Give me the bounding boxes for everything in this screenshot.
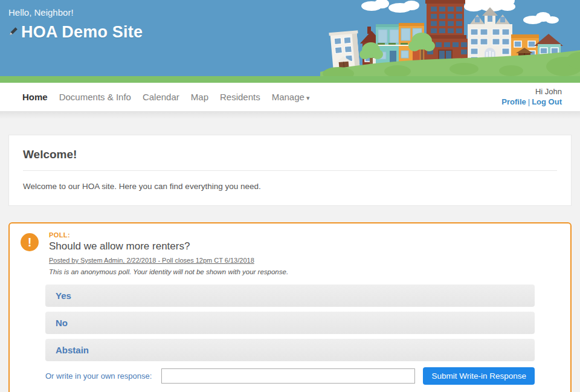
write-in-row: Or write in your own response: Submit Wr… <box>45 367 535 385</box>
header-greeting: Hello, Neighbor! <box>8 7 143 18</box>
nav-item-home[interactable]: Home <box>22 92 48 102</box>
welcome-title: Welcome! <box>23 148 557 161</box>
poll-option-yes[interactable]: Yes <box>45 284 535 307</box>
welcome-body: Welcome to our HOA site. Here you can fi… <box>23 182 557 191</box>
header-illustration <box>320 0 580 76</box>
profile-link[interactable]: Profile <box>501 97 526 106</box>
poll-question: Should we allow more renters? <box>49 240 288 252</box>
nav-item-map[interactable]: Map <box>191 92 208 102</box>
page: Hello, Neighbor! HOA Demo Site <box>0 0 580 392</box>
site-title: HOA Demo Site <box>21 23 143 42</box>
poll-label: POLL: <box>49 231 288 239</box>
link-separator: | <box>526 97 532 106</box>
nav-item-manage[interactable]: Manage▾ <box>272 92 310 102</box>
poll-options: Yes No Abstain <box>45 284 535 361</box>
logout-link[interactable]: Log Out <box>532 97 562 106</box>
site-header: Hello, Neighbor! HOA Demo Site <box>0 0 580 76</box>
nav-item-residents[interactable]: Residents <box>220 92 260 102</box>
user-greeting: Hi John <box>501 86 562 97</box>
nav-shadow <box>0 111 580 119</box>
poll-option-abstain[interactable]: Abstain <box>45 339 535 361</box>
alert-icon: ! <box>21 233 39 251</box>
write-in-label: Or write in your own response: <box>45 371 152 381</box>
building-brick-tower <box>423 0 468 65</box>
edit-pencil-icon[interactable] <box>8 27 18 36</box>
poll-card: ! POLL: Should we allow more renters? Po… <box>8 222 572 392</box>
header-text: Hello, Neighbor! HOA Demo Site <box>8 7 143 42</box>
nav-item-documents-info[interactable]: Documents & Info <box>59 92 131 102</box>
submit-write-in-button[interactable]: Submit Write-in Response <box>423 367 535 385</box>
chevron-down-icon: ▾ <box>306 94 310 101</box>
user-block: Hi John Profile|Log Out <box>501 86 562 107</box>
poll-anonymous-note: This is an anonymous poll. Your identity… <box>49 268 288 275</box>
nav-item-manage-label: Manage <box>272 92 304 102</box>
main-nav: Home Documents & Info Calendar Map Resid… <box>0 83 580 111</box>
welcome-card: Welcome! Welcome to our HOA site. Here y… <box>8 135 572 206</box>
nav-item-calendar[interactable]: Calendar <box>143 92 179 102</box>
divider <box>23 170 557 171</box>
grass-strip <box>0 76 580 83</box>
poll-meta-link[interactable]: Posted by System Admin, 2/22/2018 - Poll… <box>49 257 254 264</box>
poll-option-no[interactable]: No <box>45 312 535 334</box>
write-in-input[interactable] <box>161 368 415 384</box>
